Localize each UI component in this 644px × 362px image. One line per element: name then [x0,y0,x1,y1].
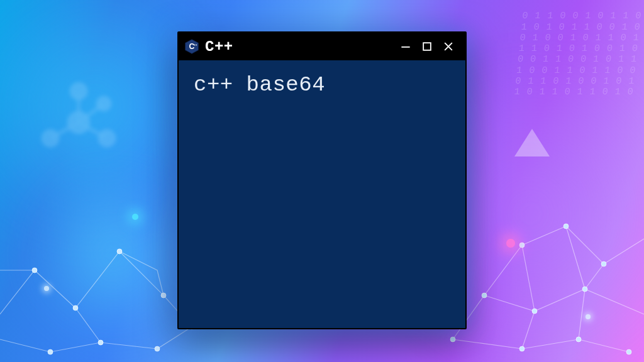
svg-point-24 [519,346,525,351]
close-button[interactable] [438,36,459,57]
window-content: c++ base64 [179,60,465,328]
svg-point-14 [98,340,103,345]
app-window: C ++ C++ c++ base64 [177,31,467,329]
svg-point-11 [117,249,122,254]
svg-point-19 [564,224,569,229]
svg-point-25 [576,337,581,342]
minimize-button[interactable] [395,36,416,57]
svg-point-20 [601,261,606,266]
svg-point-9 [32,268,37,273]
content-text: c++ base64 [194,73,325,97]
svg-point-21 [532,309,537,314]
svg-point-15 [155,346,160,351]
maximize-button[interactable] [416,36,438,57]
svg-point-23 [450,337,455,342]
svg-text:++: ++ [194,43,197,47]
svg-rect-31 [423,43,431,50]
svg-point-22 [582,287,587,292]
window-title: C++ [205,38,233,55]
svg-point-10 [73,305,78,310]
cpp-icon: C ++ [184,38,200,55]
titlebar[interactable]: C ++ C++ [179,33,465,60]
svg-point-26 [626,349,631,354]
svg-point-16 [48,349,53,354]
svg-point-18 [519,243,525,248]
window-controls [395,36,459,57]
svg-point-17 [482,293,487,298]
svg-point-12 [161,293,166,298]
